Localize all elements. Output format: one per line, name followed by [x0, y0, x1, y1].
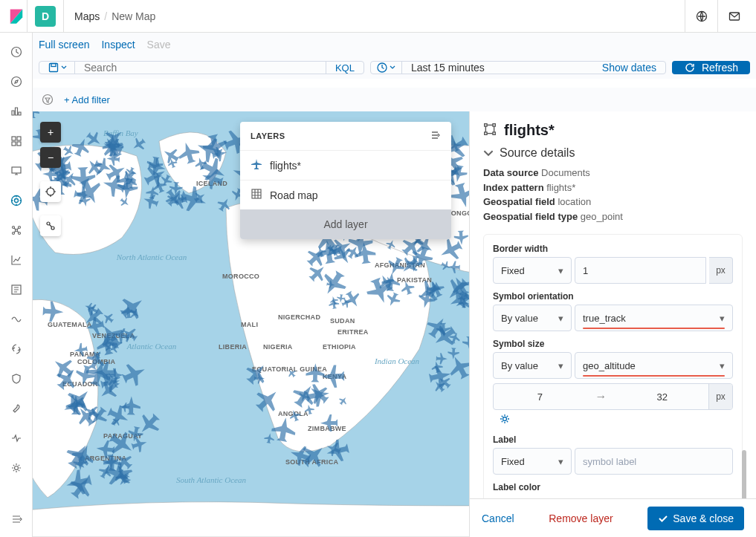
- collapse-layers-icon[interactable]: [429, 129, 441, 143]
- symbol-orientation-label: Symbol orientation: [493, 291, 733, 302]
- style-settings: Border width Fixed▾ 1 px Symbol orientat…: [483, 234, 743, 498]
- nav-monitoring-icon[interactable]: [3, 425, 30, 452]
- save-link-disabled: Save: [147, 39, 171, 51]
- nav-metrics-icon[interactable]: [3, 247, 30, 273]
- nav-management-icon[interactable]: [3, 455, 30, 481]
- breadcrumb: Maps / New Map: [64, 10, 155, 22]
- breadcrumb-root[interactable]: Maps: [74, 10, 100, 22]
- query-group: KQL: [39, 61, 364, 74]
- breadcrumb-separator: /: [104, 10, 107, 22]
- app-header: D Maps / New Map: [0, 0, 756, 33]
- svg-text:ZIMBABWE: ZIMBABWE: [308, 425, 346, 432]
- border-width-mode-select[interactable]: Fixed▾: [493, 257, 572, 284]
- svg-point-5: [11, 77, 21, 87]
- svg-point-19: [14, 466, 18, 470]
- source-details-toggle[interactable]: Source details: [483, 146, 743, 160]
- nav-siem-icon[interactable]: [3, 365, 30, 392]
- time-range-text[interactable]: Last 15 minutes: [402, 62, 593, 74]
- symbol-orientation-field-select[interactable]: true_track▾: [575, 305, 733, 331]
- editor-title: flights*: [504, 122, 555, 139]
- add-layer-button[interactable]: Add layer: [240, 209, 451, 239]
- svg-rect-54: [252, 189, 261, 198]
- map-tools-button[interactable]: [40, 215, 61, 236]
- layer-editor-panel: flights* Source details Data source Docu…: [469, 111, 756, 537]
- fullscreen-link[interactable]: Full screen: [39, 39, 89, 51]
- svg-text:ETHIOPIA: ETHIOPIA: [323, 343, 356, 351]
- fit-bounds-button[interactable]: [40, 181, 61, 202]
- svg-text:MALI: MALI: [241, 321, 258, 328]
- filter-options-icon[interactable]: [39, 91, 56, 108]
- mail-icon[interactable]: [717, 0, 750, 33]
- symbol-size-min[interactable]: 7: [494, 384, 587, 409]
- label-text-input[interactable]: symbol label: [575, 448, 733, 475]
- map-toolbar: Full screen Inspect Save: [33, 33, 756, 56]
- svg-text:GUATEMALA: GUATEMALA: [48, 321, 92, 328]
- symbol-size-mode-select[interactable]: By value▾: [493, 352, 572, 379]
- svg-rect-21: [51, 64, 56, 67]
- svg-text:ERITREA: ERITREA: [337, 328, 369, 336]
- svg-text:NIGER: NIGER: [278, 313, 300, 321]
- layer-item-flights[interactable]: flights*: [240, 151, 451, 180]
- nav-discover-icon[interactable]: [3, 68, 30, 95]
- symbol-size-field-select[interactable]: geo_altitude▾: [575, 352, 733, 379]
- nav-canvas-icon[interactable]: [3, 157, 30, 184]
- newsfeed-icon[interactable]: [685, 0, 717, 33]
- kibana-logo[interactable]: [6, 6, 27, 27]
- svg-text:NIGERIA: NIGERIA: [263, 343, 293, 351]
- query-language-switch[interactable]: KQL: [326, 62, 364, 74]
- nav-ml-icon[interactable]: [3, 217, 30, 244]
- svg-text:SUDAN: SUDAN: [330, 317, 355, 325]
- symbol-size-unit: px: [708, 384, 732, 409]
- divider: [27, 0, 28, 33]
- symbol-size-options-icon[interactable]: [499, 413, 727, 427]
- symbol-size-max[interactable]: 32: [616, 384, 709, 409]
- space-selector[interactable]: D: [35, 6, 56, 27]
- svg-rect-20: [49, 64, 57, 72]
- refresh-button[interactable]: Refresh: [672, 61, 750, 74]
- svg-text:LIBERIA: LIBERIA: [219, 343, 247, 351]
- time-quick-button[interactable]: [371, 62, 402, 74]
- border-width-input[interactable]: 1: [575, 257, 706, 284]
- source-details: Data source Documents Index pattern flig…: [483, 166, 743, 224]
- nav-dashboard-icon[interactable]: [3, 128, 30, 154]
- saved-query-button[interactable]: [39, 62, 75, 74]
- nav-uptime-icon[interactable]: [3, 336, 30, 362]
- remove-layer-button[interactable]: Remove layer: [549, 512, 613, 524]
- nav-visualize-icon[interactable]: [3, 98, 30, 125]
- search-input[interactable]: [75, 62, 326, 74]
- breadcrumb-current: New Map: [112, 10, 155, 22]
- ocean-label: North Atlantic Ocean: [116, 253, 187, 261]
- cancel-button[interactable]: Cancel: [482, 512, 514, 524]
- nav-maps-icon[interactable]: [3, 187, 30, 214]
- show-dates-link[interactable]: Show dates: [593, 62, 665, 74]
- ocean-label: Indian Ocean: [374, 357, 420, 365]
- svg-point-51: [47, 188, 54, 195]
- svg-point-53: [51, 227, 54, 230]
- nav-collapse-icon[interactable]: [3, 506, 30, 533]
- zoom-out-button[interactable]: −: [40, 147, 61, 168]
- symbol-size-label: Symbol size: [493, 339, 733, 349]
- refresh-label: Refresh: [702, 62, 738, 74]
- layer-panel: LAYERS flights* Road map Add layer: [240, 122, 451, 239]
- symbol-size-range[interactable]: 7 → 32 px: [493, 383, 733, 410]
- svg-text:MOROCCO: MOROCCO: [222, 273, 259, 280]
- svg-point-12: [14, 199, 18, 203]
- zoom-in-button[interactable]: +: [40, 122, 61, 143]
- layer-item-label: Road map: [270, 189, 318, 201]
- nav-dev-tools-icon[interactable]: [3, 395, 30, 422]
- symbol-orientation-mode-select[interactable]: By value▾: [493, 305, 572, 331]
- label-mode-select[interactable]: Fixed▾: [493, 448, 572, 475]
- ocean-label: South Atlantic Ocean: [176, 475, 246, 484]
- scrollbar-thumb[interactable]: [742, 450, 746, 498]
- add-filter-link[interactable]: + Add filter: [64, 94, 110, 105]
- svg-point-52: [47, 222, 50, 225]
- inspect-link[interactable]: Inspect: [101, 39, 135, 51]
- nav-apm-icon[interactable]: [3, 306, 30, 333]
- nav-logs-icon[interactable]: [3, 276, 30, 303]
- layer-item-roadmap[interactable]: Road map: [240, 180, 451, 209]
- label-color-label: Label color: [493, 482, 733, 492]
- save-close-button[interactable]: Save & close: [647, 507, 744, 530]
- grid-icon: [251, 188, 262, 202]
- nav-recently-viewed-icon[interactable]: [3, 39, 30, 65]
- svg-rect-56: [485, 123, 487, 126]
